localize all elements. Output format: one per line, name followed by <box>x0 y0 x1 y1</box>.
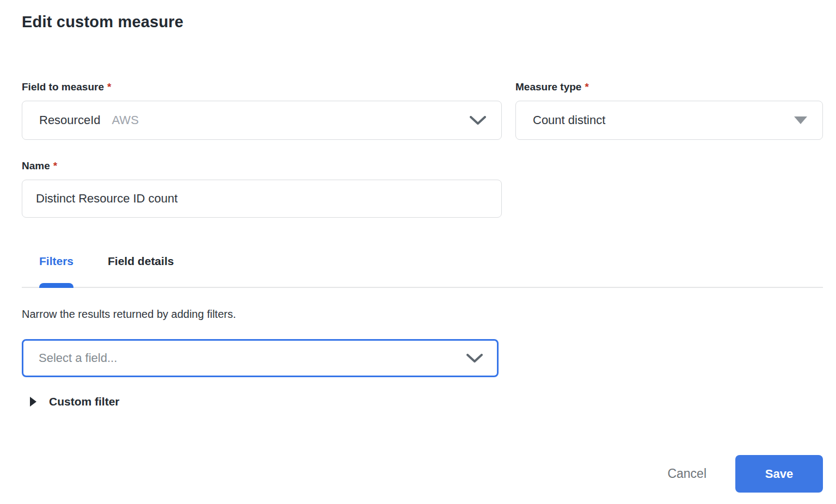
filter-field-select[interactable]: Select a field... <box>22 339 499 377</box>
tab-filters[interactable]: Filters <box>39 254 73 287</box>
custom-filter-toggle[interactable]: Custom filter <box>22 395 823 408</box>
required-asterisk: * <box>585 81 588 93</box>
name-label-text: Name <box>22 160 50 171</box>
name-label: Name* <box>22 160 823 172</box>
name-group: Name* <box>22 160 823 218</box>
measure-type-value: Count distinct <box>533 113 605 127</box>
filter-field-placeholder: Select a field... <box>39 351 117 365</box>
tab-field-details[interactable]: Field details <box>108 254 174 287</box>
field-to-measure-source-tag: AWS <box>112 113 139 127</box>
name-input[interactable] <box>22 180 502 218</box>
tab-bar: Filters Field details <box>22 254 823 288</box>
tab-filters-label: Filters <box>39 255 73 267</box>
field-to-measure-value: ResourceId <box>39 113 101 127</box>
filters-description: Narrow the results returned by adding fi… <box>22 308 823 321</box>
measure-type-label: Measure type* <box>515 81 823 93</box>
field-to-measure-group: Field to measure* ResourceId AWS <box>22 81 502 140</box>
chevron-down-icon <box>466 354 483 363</box>
active-tab-indicator <box>39 283 73 288</box>
dialog-footer: Cancel Save <box>22 455 823 493</box>
measure-type-group: Measure type* Count distinct <box>515 81 823 140</box>
measure-type-label-text: Measure type <box>515 81 581 93</box>
measure-fields-row: Field to measure* ResourceId AWS Measure… <box>22 81 823 140</box>
field-to-measure-select[interactable]: ResourceId AWS <box>22 101 502 140</box>
measure-type-select[interactable]: Count distinct <box>515 101 823 140</box>
triangle-right-icon <box>30 397 36 407</box>
field-to-measure-label: Field to measure* <box>22 81 502 93</box>
chevron-down-icon <box>470 116 486 125</box>
cancel-button[interactable]: Cancel <box>665 461 709 487</box>
required-asterisk: * <box>107 81 111 93</box>
save-button[interactable]: Save <box>735 455 823 493</box>
page-title: Edit custom measure <box>22 13 823 31</box>
tab-field-details-label: Field details <box>108 255 174 267</box>
edit-custom-measure-dialog: Edit custom measure Field to measure* Re… <box>0 0 836 504</box>
required-asterisk: * <box>53 160 57 171</box>
custom-filter-label: Custom filter <box>49 395 120 408</box>
caret-down-icon <box>794 116 807 124</box>
field-to-measure-label-text: Field to measure <box>22 81 104 93</box>
